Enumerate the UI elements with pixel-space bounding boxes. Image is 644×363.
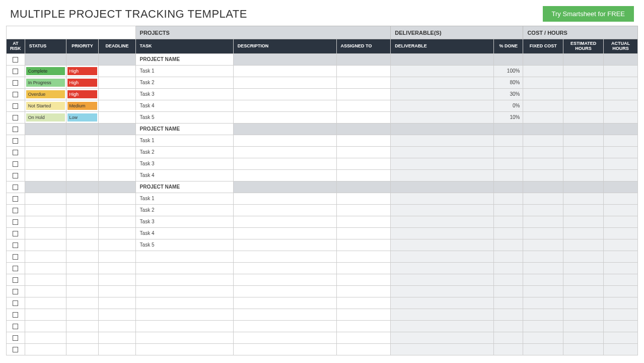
project-name-cell[interactable]: PROJECT NAME	[135, 123, 233, 135]
task-cell[interactable]: Task 2	[135, 146, 233, 158]
assigned-cell[interactable]	[336, 239, 391, 251]
esthours-cell[interactable]	[563, 135, 604, 146]
fixedcost-cell[interactable]	[523, 77, 563, 88]
acthours-cell[interactable]	[603, 216, 637, 227]
deadline-cell[interactable]	[99, 100, 135, 111]
at-risk-checkbox-cell[interactable]	[7, 332, 25, 343]
at-risk-checkbox-cell[interactable]	[7, 65, 25, 77]
deliverable-cell[interactable]	[391, 88, 494, 100]
description-cell[interactable]	[233, 100, 336, 111]
task-cell[interactable]: Task 1	[135, 135, 233, 146]
fixedcost-cell[interactable]	[523, 88, 563, 100]
task-cell[interactable]: Task 4	[135, 227, 233, 239]
task-cell[interactable]: Task 3	[135, 158, 233, 169]
assigned-cell[interactable]	[336, 135, 391, 146]
assigned-cell[interactable]	[336, 227, 391, 239]
deliverable-cell[interactable]	[391, 204, 494, 216]
fixedcost-cell[interactable]	[523, 158, 563, 169]
esthours-cell[interactable]	[563, 169, 604, 181]
deliverable-cell[interactable]	[391, 227, 494, 239]
description-cell[interactable]	[233, 204, 336, 216]
at-risk-checkbox-cell[interactable]	[7, 77, 25, 88]
description-cell[interactable]	[233, 146, 336, 158]
esthours-cell[interactable]	[563, 146, 604, 158]
priority-cell[interactable]: High	[66, 65, 99, 77]
pctdone-cell[interactable]	[494, 216, 523, 227]
pctdone-cell[interactable]	[494, 193, 523, 204]
deliverable-cell[interactable]	[391, 158, 494, 169]
acthours-cell[interactable]	[603, 135, 637, 146]
priority-cell[interactable]	[66, 239, 99, 251]
description-cell[interactable]	[233, 77, 336, 88]
task-cell[interactable]: Task 4	[135, 169, 233, 181]
acthours-cell[interactable]	[603, 146, 637, 158]
fixedcost-cell[interactable]	[523, 111, 563, 123]
description-cell[interactable]	[233, 158, 336, 169]
deadline-cell[interactable]	[99, 193, 135, 204]
description-cell[interactable]	[233, 88, 336, 100]
pctdone-cell[interactable]	[494, 169, 523, 181]
acthours-cell[interactable]	[603, 169, 637, 181]
acthours-cell[interactable]	[603, 158, 637, 169]
deliverable-cell[interactable]	[391, 77, 494, 88]
at-risk-checkbox-cell[interactable]	[7, 251, 25, 262]
priority-cell[interactable]	[66, 169, 99, 181]
project-name-cell[interactable]: PROJECT NAME	[135, 53, 233, 65]
deliverable-cell[interactable]	[391, 216, 494, 227]
task-cell[interactable]: Task 1	[135, 193, 233, 204]
deliverable-cell[interactable]	[391, 193, 494, 204]
status-cell[interactable]	[25, 216, 66, 227]
priority-cell[interactable]	[66, 135, 99, 146]
esthours-cell[interactable]	[563, 88, 604, 100]
priority-cell[interactable]: High	[66, 77, 99, 88]
at-risk-checkbox-cell[interactable]	[7, 204, 25, 216]
status-cell[interactable]	[25, 239, 66, 251]
pctdone-cell[interactable]: 10%	[494, 111, 523, 123]
at-risk-checkbox-cell[interactable]	[7, 320, 25, 332]
acthours-cell[interactable]	[603, 227, 637, 239]
esthours-cell[interactable]	[563, 204, 604, 216]
fixedcost-cell[interactable]	[523, 193, 563, 204]
esthours-cell[interactable]	[563, 193, 604, 204]
status-cell[interactable]: Not Started	[25, 100, 66, 111]
deadline-cell[interactable]	[99, 88, 135, 100]
esthours-cell[interactable]	[563, 158, 604, 169]
deliverable-cell[interactable]	[391, 65, 494, 77]
fixedcost-cell[interactable]	[523, 135, 563, 146]
at-risk-checkbox-cell[interactable]	[7, 181, 25, 193]
pctdone-cell[interactable]: 100%	[494, 65, 523, 77]
esthours-cell[interactable]	[563, 239, 604, 251]
status-cell[interactable]: Complete	[25, 65, 66, 77]
at-risk-checkbox-cell[interactable]	[7, 216, 25, 227]
priority-cell[interactable]	[66, 227, 99, 239]
task-cell[interactable]: Task 5	[135, 111, 233, 123]
deliverable-cell[interactable]	[391, 239, 494, 251]
task-cell[interactable]: Task 2	[135, 77, 233, 88]
deadline-cell[interactable]	[99, 77, 135, 88]
description-cell[interactable]	[233, 216, 336, 227]
description-cell[interactable]	[233, 227, 336, 239]
pctdone-cell[interactable]	[494, 146, 523, 158]
priority-cell[interactable]: Medium	[66, 100, 99, 111]
at-risk-checkbox-cell[interactable]	[7, 146, 25, 158]
priority-cell[interactable]	[66, 158, 99, 169]
deliverable-cell[interactable]	[391, 135, 494, 146]
assigned-cell[interactable]	[336, 216, 391, 227]
at-risk-checkbox-cell[interactable]	[7, 262, 25, 274]
at-risk-checkbox-cell[interactable]	[7, 169, 25, 181]
esthours-cell[interactable]	[563, 227, 604, 239]
at-risk-checkbox-cell[interactable]	[7, 274, 25, 285]
assigned-cell[interactable]	[336, 158, 391, 169]
status-cell[interactable]	[25, 146, 66, 158]
deadline-cell[interactable]	[99, 135, 135, 146]
fixedcost-cell[interactable]	[523, 146, 563, 158]
pctdone-cell[interactable]: 30%	[494, 88, 523, 100]
acthours-cell[interactable]	[603, 65, 637, 77]
status-cell[interactable]: Overdue	[25, 88, 66, 100]
at-risk-checkbox-cell[interactable]	[7, 53, 25, 65]
priority-cell[interactable]: High	[66, 88, 99, 100]
assigned-cell[interactable]	[336, 204, 391, 216]
acthours-cell[interactable]	[603, 88, 637, 100]
priority-cell[interactable]	[66, 193, 99, 204]
acthours-cell[interactable]	[603, 111, 637, 123]
